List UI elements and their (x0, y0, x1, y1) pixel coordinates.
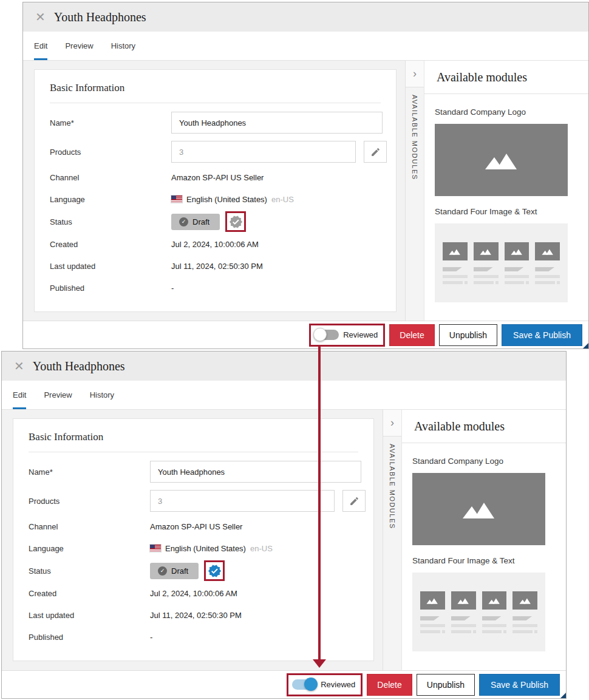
module-company-logo-thumbnail[interactable] (412, 473, 545, 545)
status-badge: ✓ Draft (171, 214, 220, 230)
placeholder-column (512, 591, 537, 651)
placeholder-column (474, 242, 499, 302)
created-value: Jul 2, 2024, 10:00:06 AM (171, 240, 259, 249)
tab-bar: Edit Preview History (23, 32, 588, 61)
field-row-channel: Channel Amazon SP-API US Seller (29, 515, 358, 537)
language-value: English (United States) (186, 195, 267, 204)
channel-label: Channel (29, 522, 150, 531)
created-label: Created (50, 240, 171, 249)
products-label: Products (50, 148, 171, 157)
editor-window-after: ✕ Youth Headphones Edit Preview History … (1, 351, 567, 699)
tab-history[interactable]: History (111, 32, 135, 60)
action-bar: Reviewed Delete Unpublish Save & Publish (2, 670, 566, 698)
placeholder-column (451, 591, 476, 651)
check-circle-icon: ✓ (179, 217, 188, 226)
mountains-icon (457, 597, 470, 604)
products-field[interactable] (150, 490, 335, 512)
name-field[interactable] (150, 461, 361, 483)
placeholder-column (482, 591, 507, 651)
editor-window-before: ✕ Youth Headphones Edit Preview History … (22, 2, 589, 349)
status-value: Draft (192, 217, 209, 226)
close-icon[interactable]: ✕ (14, 360, 24, 372)
rail-label: AVAILABLE MODULES (389, 444, 396, 529)
close-icon[interactable]: ✕ (35, 11, 46, 23)
modules-collapse-rail: › AVAILABLE MODULES (383, 410, 402, 670)
field-row-products: Products (50, 137, 381, 166)
toggle-knob[interactable] (313, 328, 327, 341)
unpublish-button[interactable]: Unpublish (417, 674, 475, 696)
mountains-icon (479, 248, 492, 255)
available-modules-panel: Available modules Standard Company Logo … (424, 61, 588, 321)
module-four-image-text-thumbnail[interactable] (435, 223, 568, 302)
collapse-panel-button[interactable]: › (383, 410, 401, 437)
annotation-arrow-head (313, 659, 326, 668)
window-title: Youth Headphones (33, 359, 125, 373)
save-publish-button[interactable]: Save & Publish (502, 324, 582, 346)
chevron-right-icon: › (413, 67, 417, 80)
field-row-published: Published - (29, 626, 358, 648)
placeholder-column (420, 591, 445, 651)
tab-edit[interactable]: Edit (34, 32, 47, 60)
check-circle-icon: ✓ (158, 566, 167, 576)
annotation-box-reviewed: Reviewed (287, 673, 363, 696)
tab-preview[interactable]: Preview (65, 32, 93, 60)
placeholder-column (535, 242, 560, 302)
mountains-icon (488, 597, 501, 604)
last-updated-label: Last updated (50, 262, 171, 271)
chevron-right-icon: › (390, 416, 394, 429)
field-row-last-updated: Last updated Jul 11, 2024, 02:50:30 PM (50, 255, 381, 277)
mountains-icon (448, 248, 461, 255)
published-label: Published (29, 633, 150, 642)
reviewed-toggle-label: Reviewed (321, 680, 355, 689)
action-bar: Reviewed Delete Unpublish Save & Publish (23, 321, 588, 348)
module-four-image-text-thumbnail[interactable] (412, 573, 545, 651)
module-company-logo-thumbnail[interactable] (435, 124, 568, 196)
rail-label: AVAILABLE MODULES (411, 95, 418, 180)
products-field[interactable] (171, 141, 356, 163)
reviewed-toggle[interactable] (292, 679, 316, 690)
tab-preview[interactable]: Preview (44, 381, 72, 409)
status-label: Status (29, 566, 150, 576)
tab-edit[interactable]: Edit (13, 381, 26, 409)
delete-button[interactable]: Delete (389, 324, 434, 346)
field-row-last-updated: Last updated Jul 11, 2024, 02:50:30 PM (29, 604, 358, 626)
name-field[interactable] (171, 112, 383, 134)
save-publish-button[interactable]: Save & Publish (479, 674, 560, 696)
unpublish-button[interactable]: Unpublish (439, 324, 497, 346)
verified-badge-icon (229, 215, 243, 229)
field-row-language: Language English (United States) en-US (50, 188, 381, 210)
name-label: Name* (29, 467, 150, 477)
mountains-icon (510, 248, 523, 255)
tab-history[interactable]: History (90, 381, 114, 409)
module-name-company-logo: Standard Company Logo (435, 107, 578, 117)
section-title: Basic Information (50, 82, 381, 103)
created-value: Jul 2, 2024, 10:00:06 AM (150, 589, 237, 598)
field-row-channel: Channel Amazon SP-API US Seller (50, 166, 381, 188)
edit-products-button[interactable] (364, 141, 387, 163)
basic-info-card: Basic Information Name* Products Ch (34, 69, 397, 312)
language-value: English (United States) (165, 544, 246, 553)
modules-panel-title: Available modules (424, 61, 588, 94)
created-label: Created (29, 589, 150, 598)
tab-bar: Edit Preview History (2, 381, 566, 410)
delete-button[interactable]: Delete (367, 674, 412, 696)
reviewed-toggle[interactable] (315, 330, 339, 340)
field-row-name: Name* (29, 457, 358, 486)
placeholder-column (443, 242, 468, 302)
available-modules-panel: Available modules Standard Company Logo … (402, 410, 566, 670)
mountains-icon (460, 500, 498, 518)
pencil-icon (370, 147, 381, 157)
products-label: Products (29, 497, 150, 506)
language-code: en-US (271, 195, 294, 204)
published-value: - (150, 633, 152, 642)
edit-products-button[interactable] (342, 490, 366, 512)
annotation-box-reviewed: Reviewed (309, 324, 385, 347)
resize-handle[interactable] (560, 693, 566, 698)
toggle-knob[interactable] (304, 678, 318, 691)
field-row-status: Status ✓ Draft (50, 210, 381, 233)
mountains-icon (541, 248, 554, 255)
collapse-panel-button[interactable]: › (406, 61, 424, 87)
resize-handle[interactable] (583, 343, 588, 348)
annotation-box-verified-badge (204, 560, 225, 581)
main-area: Basic Information Name* Products Ch (2, 410, 383, 670)
